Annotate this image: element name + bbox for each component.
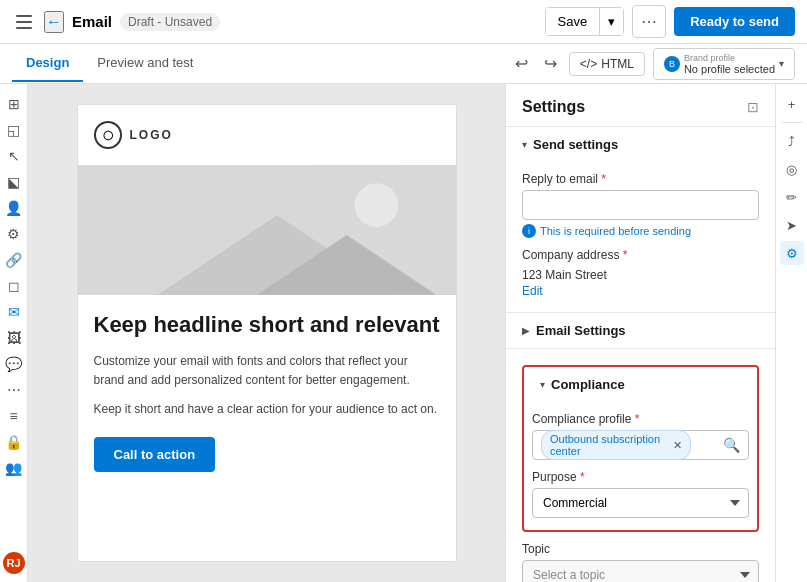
tab-group: Design Preview and test	[12, 45, 207, 82]
email-image-placeholder	[78, 165, 456, 295]
email-settings-header[interactable]: ▶ Email Settings	[506, 313, 775, 348]
right-pen-icon[interactable]: ✏	[780, 185, 804, 209]
brand-profile-selector[interactable]: B Brand profile No profile selected ▾	[653, 48, 795, 80]
save-caret-button[interactable]: ▾	[599, 8, 623, 35]
send-settings-content: Reply to email * i This is required befo…	[506, 172, 775, 312]
sidebar-icon-layout[interactable]: ⬕	[2, 170, 26, 194]
compliance-profile-tag: Outbound subscription center ✕	[541, 430, 691, 460]
svg-point-1	[354, 183, 398, 227]
compliance-profile-label: Compliance profile *	[532, 412, 749, 426]
undo-button[interactable]: ↩	[511, 50, 532, 77]
sidebar-icon-chat[interactable]: 💬	[2, 352, 26, 376]
compliance-wrapper: ▾ Compliance Compliance profile * Outbou…	[506, 349, 775, 532]
reply-to-label: Reply to email *	[522, 172, 759, 186]
tag-close-button[interactable]: ✕	[673, 439, 682, 452]
email-canvas: ◯ LOGO Keep headline short and relevant …	[28, 84, 505, 582]
email-body-text-1: Customize your email with fonts and colo…	[94, 352, 440, 390]
edit-address-link[interactable]: Edit	[522, 284, 759, 298]
email-settings-title: Email Settings	[536, 323, 626, 338]
search-icon[interactable]: 🔍	[723, 437, 740, 453]
back-button[interactable]: ←	[44, 11, 64, 33]
tab-design[interactable]: Design	[12, 45, 83, 82]
save-button-group: Save ▾	[545, 7, 625, 36]
sidebar-icon-image[interactable]: 🖼	[2, 326, 26, 350]
chevron-down-icon: ▾	[779, 58, 784, 69]
right-share-icon[interactable]: ⤴	[780, 129, 804, 153]
sidebar-icon-lock[interactable]: 🔒	[2, 430, 26, 454]
tab-actions: ↩ ↪ </> HTML B Brand profile No profile …	[511, 48, 795, 80]
settings-header: Settings ⊡	[506, 84, 775, 127]
right-settings-icon[interactable]: ⚙	[780, 241, 804, 265]
sidebar-icon-funnel[interactable]: ⋯	[2, 378, 26, 402]
settings-title: Settings	[522, 98, 585, 116]
logo-text: LOGO	[130, 128, 173, 142]
top-bar: ← Email Draft - Unsaved Save ▾ ⋯ Ready t…	[0, 0, 807, 44]
sidebar-icon-cursor[interactable]: ↖	[2, 144, 26, 168]
purpose-select[interactable]: Commercial Transactional	[532, 488, 749, 518]
right-sidebar: + ⤴ ◎ ✏ ➤ ⚙	[775, 84, 807, 582]
email-headline: Keep headline short and relevant	[94, 311, 440, 340]
email-body-text-2: Keep it short and have a clear action fo…	[94, 400, 440, 419]
page-title: Email	[72, 13, 112, 30]
chevron-down-icon: ▾	[522, 139, 527, 150]
left-sidebar: ⊞ ◱ ↖ ⬕ 👤 ⚙ 🔗 ◻ ✉ 🖼 💬 ⋯ ≡ 🔒 👥 RJ	[0, 84, 28, 582]
right-send-icon[interactable]: ➤	[780, 213, 804, 237]
html-button[interactable]: </> HTML	[569, 52, 645, 76]
sidebar-icon-grid[interactable]: ⊞	[2, 92, 26, 116]
tab-bar: Design Preview and test ↩ ↪ </> HTML B B…	[0, 44, 807, 84]
brand-profile-info: Brand profile No profile selected	[684, 53, 775, 75]
sidebar-icon-link[interactable]: 🔗	[2, 248, 26, 272]
compliance-section: ▾ Compliance Compliance profile * Outbou…	[522, 365, 759, 532]
undo-icon: ↩	[515, 55, 528, 72]
topic-section: Topic Select a topic	[506, 532, 775, 582]
sidebar-icon-list[interactable]: ≡	[2, 404, 26, 428]
sidebar-icon-layers[interactable]: ◱	[2, 118, 26, 142]
company-address-value: 123 Main Street	[522, 268, 759, 282]
chevron-down-icon: ▾	[608, 14, 615, 29]
tab-preview[interactable]: Preview and test	[83, 45, 207, 82]
profile-search-input[interactable]	[697, 438, 717, 452]
cta-button[interactable]: Call to action	[94, 437, 216, 472]
right-add-icon[interactable]: +	[780, 92, 804, 116]
info-icon: i	[522, 224, 536, 238]
right-sidebar-divider	[782, 122, 802, 123]
back-icon: ←	[46, 13, 62, 31]
topic-select[interactable]: Select a topic	[522, 560, 759, 582]
required-msg: i This is required before sending	[522, 224, 759, 238]
email-card: ◯ LOGO Keep headline short and relevant …	[77, 104, 457, 562]
more-options-button[interactable]: ⋯	[632, 5, 666, 38]
reply-to-input[interactable]	[522, 190, 759, 220]
compliance-profile-input[interactable]: Outbound subscription center ✕ 🔍	[532, 430, 749, 460]
resize-icon[interactable]: ⊡	[747, 99, 759, 115]
sidebar-icon-settings[interactable]: ⚙	[2, 222, 26, 246]
email-body: Keep headline short and relevant Customi…	[78, 295, 456, 488]
settings-panel: Settings ⊡ ▾ Send settings Reply to emai…	[505, 84, 775, 582]
sidebar-icon-users[interactable]: 👥	[2, 456, 26, 480]
hamburger-menu[interactable]	[12, 11, 36, 33]
compliance-title: Compliance	[551, 377, 625, 392]
send-settings-title: Send settings	[533, 137, 618, 152]
sidebar-icon-user-avatar[interactable]: RJ	[3, 552, 25, 574]
email-header: ◯ LOGO	[78, 105, 456, 165]
sidebar-icon-email[interactable]: ✉	[2, 300, 26, 324]
chevron-right-icon: ▶	[522, 325, 530, 336]
sidebar-icon-person[interactable]: 👤	[2, 196, 26, 220]
redo-button[interactable]: ↪	[540, 50, 561, 77]
redo-icon: ↪	[544, 55, 557, 72]
chevron-down-icon: ▾	[540, 379, 545, 390]
logo-icon: ◯	[94, 121, 122, 149]
sidebar-icon-shapes[interactable]: ◻	[2, 274, 26, 298]
compliance-content: Compliance profile * Outbound subscripti…	[524, 412, 757, 526]
save-button[interactable]: Save	[546, 8, 600, 35]
purpose-label: Purpose *	[532, 470, 749, 484]
draft-badge: Draft - Unsaved	[120, 13, 220, 31]
right-target-icon[interactable]: ◎	[780, 157, 804, 181]
code-icon: </>	[580, 57, 597, 71]
compliance-header[interactable]: ▾ Compliance	[524, 367, 757, 402]
company-address-label: Company address *	[522, 248, 759, 262]
ready-to-send-button[interactable]: Ready to send	[674, 7, 795, 36]
top-bar-left: ← Email Draft - Unsaved	[12, 11, 535, 33]
main-layout: ⊞ ◱ ↖ ⬕ 👤 ⚙ 🔗 ◻ ✉ 🖼 💬 ⋯ ≡ 🔒 👥 RJ ◯ LOGO	[0, 84, 807, 582]
email-settings-section: ▶ Email Settings	[506, 313, 775, 349]
send-settings-header[interactable]: ▾ Send settings	[506, 127, 775, 162]
